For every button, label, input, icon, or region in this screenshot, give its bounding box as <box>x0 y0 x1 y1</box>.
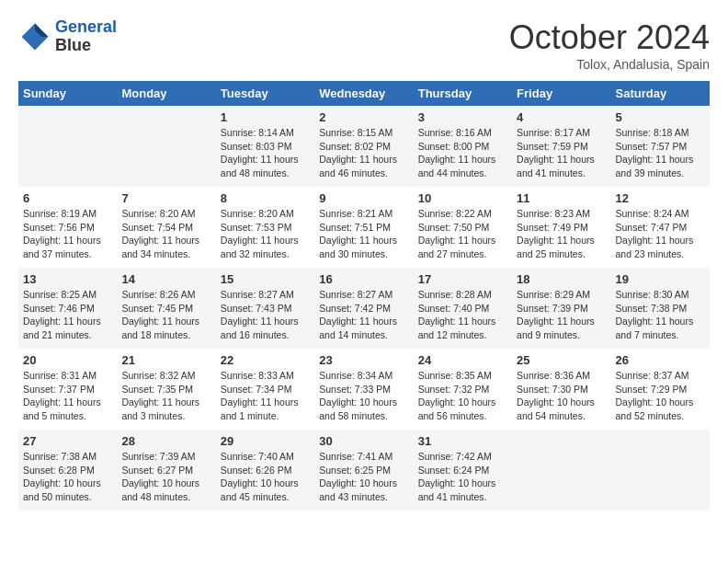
day-cell: 7Sunrise: 8:20 AM Sunset: 7:54 PM Daylig… <box>117 187 215 268</box>
day-info: Sunrise: 8:14 AM Sunset: 8:03 PM Dayligh… <box>221 126 310 180</box>
day-info: Sunrise: 8:20 AM Sunset: 7:54 PM Dayligh… <box>121 207 210 261</box>
day-number: 31 <box>418 434 507 448</box>
day-cell: 25Sunrise: 8:36 AM Sunset: 7:30 PM Dayli… <box>512 349 610 430</box>
day-info: Sunrise: 8:26 AM Sunset: 7:45 PM Dayligh… <box>121 288 210 342</box>
day-cell: 17Sunrise: 8:28 AM Sunset: 7:40 PM Dayli… <box>414 268 512 349</box>
day-info: Sunrise: 8:19 AM Sunset: 7:56 PM Dayligh… <box>23 207 112 261</box>
day-number: 4 <box>517 110 606 124</box>
day-cell: 18Sunrise: 8:29 AM Sunset: 7:39 PM Dayli… <box>512 268 610 349</box>
day-cell <box>117 106 215 187</box>
day-info: Sunrise: 8:16 AM Sunset: 8:00 PM Dayligh… <box>418 126 507 180</box>
day-cell: 1Sunrise: 8:14 AM Sunset: 8:03 PM Daylig… <box>216 106 314 187</box>
day-number: 11 <box>517 191 606 205</box>
day-info: Sunrise: 8:22 AM Sunset: 7:50 PM Dayligh… <box>418 207 507 261</box>
day-info: Sunrise: 7:40 AM Sunset: 6:26 PM Dayligh… <box>221 450 310 504</box>
day-number: 30 <box>319 434 408 448</box>
day-cell: 8Sunrise: 8:20 AM Sunset: 7:53 PM Daylig… <box>216 187 314 268</box>
day-info: Sunrise: 8:24 AM Sunset: 7:47 PM Dayligh… <box>616 207 705 261</box>
day-info: Sunrise: 8:27 AM Sunset: 7:42 PM Dayligh… <box>319 288 408 342</box>
day-info: Sunrise: 8:18 AM Sunset: 7:57 PM Dayligh… <box>616 126 705 180</box>
logo-icon <box>18 20 51 53</box>
day-info: Sunrise: 8:21 AM Sunset: 7:51 PM Dayligh… <box>319 207 408 261</box>
day-cell: 30Sunrise: 7:41 AM Sunset: 6:25 PM Dayli… <box>314 430 413 511</box>
day-number: 25 <box>517 353 606 367</box>
day-info: Sunrise: 8:32 AM Sunset: 7:35 PM Dayligh… <box>121 369 210 423</box>
day-cell: 23Sunrise: 8:34 AM Sunset: 7:33 PM Dayli… <box>314 349 413 430</box>
day-number: 6 <box>23 191 112 205</box>
day-number: 8 <box>221 191 310 205</box>
day-info: Sunrise: 8:25 AM Sunset: 7:46 PM Dayligh… <box>23 288 112 342</box>
day-number: 20 <box>23 353 112 367</box>
day-cell: 26Sunrise: 8:37 AM Sunset: 7:29 PM Dayli… <box>611 349 710 430</box>
day-info: Sunrise: 8:30 AM Sunset: 7:38 PM Dayligh… <box>616 288 705 342</box>
calendar-table: Sunday Monday Tuesday Wednesday Thursday… <box>18 81 710 511</box>
day-info: Sunrise: 8:37 AM Sunset: 7:29 PM Dayligh… <box>616 369 705 423</box>
day-info: Sunrise: 8:27 AM Sunset: 7:43 PM Dayligh… <box>221 288 310 342</box>
day-cell: 16Sunrise: 8:27 AM Sunset: 7:42 PM Dayli… <box>314 268 413 349</box>
week-row-4: 20Sunrise: 8:31 AM Sunset: 7:37 PM Dayli… <box>18 349 710 430</box>
day-cell: 11Sunrise: 8:23 AM Sunset: 7:49 PM Dayli… <box>512 187 610 268</box>
col-wednesday: Wednesday <box>314 81 413 106</box>
day-info: Sunrise: 8:17 AM Sunset: 7:59 PM Dayligh… <box>517 126 606 180</box>
header-row: Sunday Monday Tuesday Wednesday Thursday… <box>18 81 710 106</box>
day-number: 24 <box>418 353 507 367</box>
day-number: 9 <box>319 191 408 205</box>
day-number: 15 <box>221 272 310 286</box>
day-cell: 13Sunrise: 8:25 AM Sunset: 7:46 PM Dayli… <box>18 268 117 349</box>
day-cell: 29Sunrise: 7:40 AM Sunset: 6:26 PM Dayli… <box>216 430 314 511</box>
day-cell: 4Sunrise: 8:17 AM Sunset: 7:59 PM Daylig… <box>512 106 610 187</box>
day-info: Sunrise: 7:42 AM Sunset: 6:24 PM Dayligh… <box>418 450 507 504</box>
week-row-3: 13Sunrise: 8:25 AM Sunset: 7:46 PM Dayli… <box>18 268 710 349</box>
day-cell: 19Sunrise: 8:30 AM Sunset: 7:38 PM Dayli… <box>611 268 710 349</box>
day-number: 28 <box>121 434 210 448</box>
day-cell <box>18 106 117 187</box>
logo-text: General Blue <box>55 18 117 55</box>
day-number: 13 <box>23 272 112 286</box>
week-row-2: 6Sunrise: 8:19 AM Sunset: 7:56 PM Daylig… <box>18 187 710 268</box>
day-number: 18 <box>517 272 606 286</box>
day-number: 27 <box>23 434 112 448</box>
day-number: 29 <box>221 434 310 448</box>
col-sunday: Sunday <box>18 81 117 106</box>
day-cell: 5Sunrise: 8:18 AM Sunset: 7:57 PM Daylig… <box>611 106 710 187</box>
col-monday: Monday <box>117 81 215 106</box>
col-friday: Friday <box>512 81 610 106</box>
day-cell: 22Sunrise: 8:33 AM Sunset: 7:34 PM Dayli… <box>216 349 314 430</box>
day-cell <box>512 430 610 511</box>
location-subtitle: Tolox, Andalusia, Spain <box>509 57 710 72</box>
day-info: Sunrise: 8:28 AM Sunset: 7:40 PM Dayligh… <box>418 288 507 342</box>
day-cell: 6Sunrise: 8:19 AM Sunset: 7:56 PM Daylig… <box>18 187 117 268</box>
day-cell: 14Sunrise: 8:26 AM Sunset: 7:45 PM Dayli… <box>117 268 215 349</box>
week-row-5: 27Sunrise: 7:38 AM Sunset: 6:28 PM Dayli… <box>18 430 710 511</box>
day-cell: 12Sunrise: 8:24 AM Sunset: 7:47 PM Dayli… <box>611 187 710 268</box>
day-cell: 3Sunrise: 8:16 AM Sunset: 8:00 PM Daylig… <box>414 106 512 187</box>
day-number: 14 <box>121 272 210 286</box>
day-number: 7 <box>121 191 210 205</box>
day-number: 2 <box>319 110 408 124</box>
day-info: Sunrise: 8:35 AM Sunset: 7:32 PM Dayligh… <box>418 369 507 423</box>
day-cell: 24Sunrise: 8:35 AM Sunset: 7:32 PM Dayli… <box>414 349 512 430</box>
col-thursday: Thursday <box>414 81 512 106</box>
day-info: Sunrise: 8:34 AM Sunset: 7:33 PM Dayligh… <box>319 369 408 423</box>
day-info: Sunrise: 8:20 AM Sunset: 7:53 PM Dayligh… <box>221 207 310 261</box>
day-cell: 9Sunrise: 8:21 AM Sunset: 7:51 PM Daylig… <box>314 187 413 268</box>
day-cell: 31Sunrise: 7:42 AM Sunset: 6:24 PM Dayli… <box>414 430 512 511</box>
day-cell: 28Sunrise: 7:39 AM Sunset: 6:27 PM Dayli… <box>117 430 215 511</box>
day-info: Sunrise: 8:15 AM Sunset: 8:02 PM Dayligh… <box>319 126 408 180</box>
day-number: 16 <box>319 272 408 286</box>
day-number: 12 <box>616 191 705 205</box>
day-info: Sunrise: 8:31 AM Sunset: 7:37 PM Dayligh… <box>23 369 112 423</box>
day-info: Sunrise: 7:39 AM Sunset: 6:27 PM Dayligh… <box>121 450 210 504</box>
header: General Blue October 2024 Tolox, Andalus… <box>18 18 710 72</box>
day-number: 3 <box>418 110 507 124</box>
day-cell: 2Sunrise: 8:15 AM Sunset: 8:02 PM Daylig… <box>314 106 413 187</box>
day-number: 22 <box>221 353 310 367</box>
day-number: 1 <box>221 110 310 124</box>
day-cell: 15Sunrise: 8:27 AM Sunset: 7:43 PM Dayli… <box>216 268 314 349</box>
col-saturday: Saturday <box>611 81 710 106</box>
title-block: October 2024 Tolox, Andalusia, Spain <box>509 18 710 72</box>
day-cell: 20Sunrise: 8:31 AM Sunset: 7:37 PM Dayli… <box>18 349 117 430</box>
day-number: 26 <box>616 353 705 367</box>
day-number: 5 <box>616 110 705 124</box>
day-info: Sunrise: 7:41 AM Sunset: 6:25 PM Dayligh… <box>319 450 408 504</box>
